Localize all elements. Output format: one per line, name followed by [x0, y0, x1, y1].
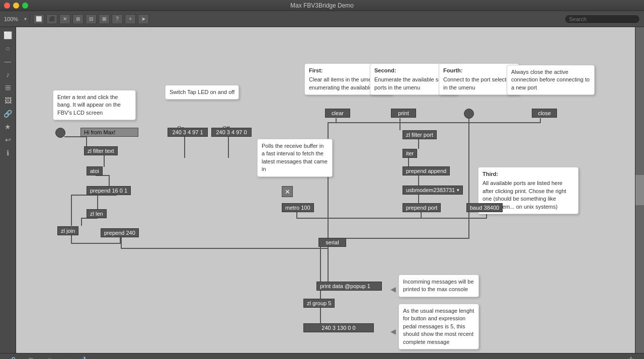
zl-filter-text[interactable]: zl filter text [84, 146, 118, 155]
print-button[interactable]: print [391, 109, 416, 118]
zl-len[interactable]: zl len [87, 209, 107, 218]
layers-icon[interactable]: ⧉ [26, 355, 36, 360]
toolbar-btn-3[interactable]: ✕ [59, 14, 70, 24]
sidebar-icon-info[interactable]: ℹ [2, 147, 14, 159]
dropdown-arrow-icon: ▾ [457, 188, 459, 193]
comment-usual: As the usual message lenght for button a… [398, 304, 479, 349]
close-button[interactable] [4, 3, 10, 9]
window-title: Max FBV3Bridge Demo [290, 2, 354, 9]
sidebar-left: ⬜ ○ — ♪ ⊞ 🖼 🔗 ★ ↩ ℹ [0, 27, 16, 353]
arrow-indicator-1: ◀ [390, 285, 396, 293]
zl-group5[interactable]: zl group 5 [303, 299, 335, 308]
usbmodem-dropdown[interactable]: usbmodem2383731 ▾ [403, 186, 463, 195]
iter[interactable]: iter [403, 149, 417, 158]
canvas-area: Enter a text and click the bang. It will… [16, 27, 635, 353]
metro-100[interactable]: metro 100 [282, 203, 314, 212]
sidebar-icon-undo[interactable]: ↩ [2, 134, 14, 146]
circle-button[interactable] [464, 109, 474, 119]
zl-filter-port[interactable]: zl filter port [403, 130, 437, 139]
circle-button-left[interactable] [55, 128, 65, 138]
sidebar-icon-circle[interactable]: ○ [2, 42, 14, 54]
close-button-node[interactable]: close [532, 109, 557, 118]
wrench-icon[interactable]: 🔧 [80, 355, 91, 360]
prepend-240[interactable]: prepend 240 [101, 228, 139, 237]
main-layout: ⬜ ○ — ♪ ⊞ 🖼 🔗 ★ ↩ ℹ [0, 27, 644, 353]
prepend-append[interactable]: prepend append [403, 166, 450, 175]
sidebar-icon-grid[interactable]: ⊞ [2, 81, 14, 94]
node-240-130[interactable]: 240 3 130 0 0 [303, 323, 374, 332]
zl-join[interactable]: zl join [57, 226, 78, 235]
serial[interactable]: serial [318, 238, 346, 247]
sidebar-right [635, 27, 644, 353]
sidebar-icon-star[interactable]: ★ [2, 121, 14, 133]
node-240-off[interactable]: 240 3 4 97 0 [211, 128, 252, 137]
toolbar-btn-2[interactable]: ⬛ [46, 14, 57, 24]
power-icon[interactable]: ⏻ [626, 355, 636, 360]
comment-always: Always close the active connection befor… [507, 65, 595, 95]
toolbar-btn-4[interactable]: ⊞ [72, 14, 84, 24]
print-data[interactable]: print data @popup 1 [316, 282, 382, 291]
sidebar-icon-link[interactable]: 🔗 [2, 108, 14, 120]
prepend-16[interactable]: prepend 16 0 1 [87, 186, 131, 195]
minimize-button[interactable] [13, 3, 19, 9]
x-button[interactable]: ✕ [282, 186, 293, 197]
sidebar-icon-minus[interactable]: — [2, 55, 14, 67]
prepend-port[interactable]: prepend port [403, 203, 441, 212]
arrow-indicator-2: ◀ [390, 327, 396, 335]
sidebar-icon-image[interactable]: 🖼 [2, 95, 14, 107]
comment-incomming: Incomming messages will be printed to th… [398, 275, 479, 297]
bottombar: 🔒 ⧉ # ↖ 🔧 ⏻ [0, 353, 644, 359]
baud[interactable]: baud 38400 [466, 203, 503, 212]
toolbar-btn-5[interactable]: ⊟ [86, 14, 97, 24]
toolbar: 100% ▾ ⬜ ⬛ ✕ ⊞ ⊟ ⊠ ? + ➤ [0, 11, 644, 27]
toolbar-btn-7[interactable]: ? [112, 14, 123, 24]
comment-polls: Polls the receive buffer in a fast inter… [257, 139, 333, 177]
sidebar-icon-box[interactable]: ⬜ [2, 29, 14, 41]
search-input[interactable] [565, 15, 640, 24]
toolbar-btn-1[interactable]: ⬜ [33, 14, 44, 24]
atoi[interactable]: atoi [87, 166, 103, 175]
maximize-button[interactable] [22, 3, 28, 9]
sidebar-icon-note[interactable]: ♪ [2, 68, 14, 80]
hi-from-max-input[interactable]: Hi from Max! [80, 128, 138, 137]
lock-icon[interactable]: 🔒 [8, 355, 18, 360]
grid-icon[interactable]: # [44, 355, 54, 360]
traffic-lights[interactable] [4, 3, 28, 9]
scrollbar-thumb[interactable] [635, 175, 644, 205]
cursor-icon[interactable]: ↖ [62, 355, 72, 360]
comment-lcd: Enter a text and click the bang. It will… [53, 90, 136, 120]
toolbar-separator [30, 15, 30, 24]
comment-led: Switch Tap LED on and off [165, 85, 239, 100]
node-240-on[interactable]: 240 3 4 97 1 [168, 128, 208, 137]
zoom-level: 100% [4, 16, 18, 22]
toolbar-btn-arrow[interactable]: ➤ [138, 14, 149, 24]
zoom-dropdown-icon[interactable]: ▾ [24, 16, 27, 22]
clear-button[interactable]: clear [325, 109, 350, 118]
toolbar-btn-add[interactable]: + [125, 14, 136, 24]
titlebar: Max FBV3Bridge Demo [0, 0, 644, 11]
toolbar-btn-6[interactable]: ⊠ [99, 14, 110, 24]
